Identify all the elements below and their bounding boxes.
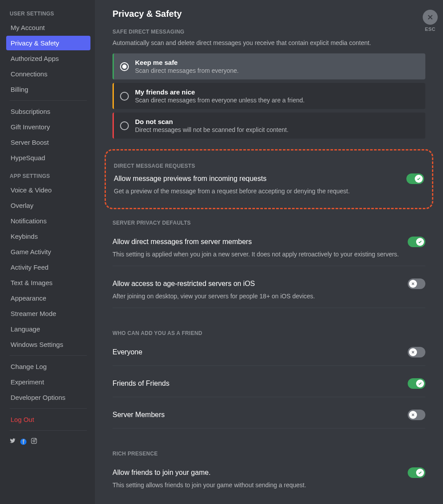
friend-fof-title: Friends of Friends: [113, 380, 169, 387]
section-safe-dm: SAFE DIRECT MESSAGING Automatically scan…: [113, 29, 425, 139]
settings-content: ESC Privacy & Safety SAFE DIRECT MESSAGI…: [95, 0, 443, 504]
radio-title: Keep me safe: [135, 59, 419, 66]
x-icon: [409, 411, 417, 419]
sidebar-item-logout[interactable]: Log Out: [6, 412, 90, 427]
check-icon: [416, 380, 424, 387]
toggle-friends-join-game[interactable]: [408, 467, 425, 478]
close-button[interactable]: ESC: [423, 10, 438, 32]
row-divider: [113, 428, 425, 429]
radio-friends-nice[interactable]: My friends are nice Scan direct messages…: [113, 83, 425, 109]
esc-label: ESC: [423, 26, 438, 32]
sidebar-item-billing[interactable]: Billing: [6, 82, 90, 97]
social-links: f: [6, 434, 90, 449]
sidebar-item-appearance[interactable]: Appearance: [6, 291, 90, 305]
sidebar-divider: [10, 355, 87, 356]
sidebar-item-gift-inventory[interactable]: Gift Inventory: [6, 120, 90, 134]
close-icon: [423, 10, 438, 25]
highlighted-dm-requests: DIRECT MESSAGE REQUESTS Allow message pr…: [105, 149, 433, 209]
facebook-icon[interactable]: f: [20, 439, 26, 445]
check-icon: [416, 469, 424, 477]
radio-sub: Direct messages will not be scanned for …: [135, 126, 419, 133]
sidebar-item-developer-options[interactable]: Developer Options: [6, 390, 90, 405]
toggle-server-members[interactable]: [408, 410, 425, 420]
sidebar-divider: [10, 430, 87, 431]
sidebar-item-windows-settings[interactable]: Windows Settings: [6, 337, 90, 352]
sidebar-item-privacy-safety[interactable]: Privacy & Safety: [6, 36, 90, 50]
settings-sidebar: USER SETTINGS My Account Privacy & Safet…: [0, 0, 95, 504]
allow-server-dms-title: Allow direct messages from server member…: [113, 238, 252, 246]
sidebar-item-subscriptions[interactable]: Subscriptions: [6, 104, 90, 119]
sidebar-item-text-images[interactable]: Text & Images: [6, 275, 90, 290]
toggle-friend-everyone[interactable]: [408, 347, 425, 357]
radio-sub: Scan direct messages from everyone.: [135, 67, 419, 74]
rich-sub: This setting allows friends to join your…: [113, 481, 425, 489]
sidebar-divider: [10, 408, 87, 409]
server-privacy-heading: SERVER PRIVACY DEFAULTS: [113, 220, 425, 226]
svg-point-1: [33, 440, 35, 442]
sidebar-item-keybinds[interactable]: Keybinds: [6, 229, 90, 244]
sidebar-item-server-boost[interactable]: Server Boost: [6, 135, 90, 150]
safe-dm-heading: SAFE DIRECT MESSAGING: [113, 29, 425, 35]
age-restricted-ios-title: Allow access to age-restricted servers o…: [113, 280, 255, 288]
sidebar-heading-app: APP SETTINGS: [6, 171, 90, 181]
radio-keep-me-safe[interactable]: Keep me safe Scan direct messages from e…: [113, 53, 425, 79]
radio-title: My friends are nice: [135, 88, 419, 96]
sidebar-item-authorized-apps[interactable]: Authorized Apps: [6, 51, 90, 66]
sidebar-item-language[interactable]: Language: [6, 322, 90, 336]
friend-everyone-title: Everyone: [113, 348, 143, 356]
sidebar-item-streamer-mode[interactable]: Streamer Mode: [6, 306, 90, 321]
rich-heading: RICH PRESENCE: [113, 451, 425, 457]
sidebar-heading-user: USER SETTINGS: [6, 9, 90, 19]
section-who-can-add: WHO CAN ADD YOU AS A FRIEND Everyone Fri…: [113, 330, 425, 435]
svg-point-2: [35, 439, 36, 440]
row-divider: [113, 266, 425, 266]
radio-icon: [120, 92, 129, 101]
x-icon: [409, 348, 417, 356]
toggle-allow-message-previews[interactable]: [406, 173, 424, 184]
toggle-age-restricted-ios[interactable]: [408, 278, 425, 289]
radio-do-not-scan[interactable]: Do not scan Direct messages will not be …: [113, 113, 425, 139]
row-divider: [113, 397, 425, 397]
toggle-friends-of-friends[interactable]: [408, 378, 425, 389]
row-divider: [113, 365, 425, 366]
sidebar-item-connections[interactable]: Connections: [6, 67, 90, 81]
dm-requests-heading: DIRECT MESSAGE REQUESTS: [114, 163, 424, 169]
sidebar-item-notifications[interactable]: Notifications: [6, 214, 90, 228]
sidebar-item-my-account[interactable]: My Account: [6, 20, 90, 35]
section-server-privacy: SERVER PRIVACY DEFAULTS Allow direct mes…: [113, 220, 425, 314]
twitter-icon[interactable]: [10, 438, 16, 445]
rich-title: Allow friends to join your game.: [113, 469, 210, 477]
sidebar-item-change-log[interactable]: Change Log: [6, 359, 90, 374]
section-rich-presence: RICH PRESENCE Allow friends to join your…: [113, 451, 425, 489]
check-icon: [416, 238, 424, 246]
allow-server-dms-sub: This setting is applied when you join a …: [113, 251, 425, 258]
radio-icon: [120, 121, 129, 130]
friend-server-members-title: Server Members: [113, 411, 165, 419]
x-icon: [409, 280, 417, 288]
sidebar-item-overlay[interactable]: Overlay: [6, 198, 90, 213]
sidebar-divider: [10, 100, 87, 101]
check-icon: [415, 175, 423, 183]
instagram-icon[interactable]: [31, 438, 37, 445]
sidebar-item-experiment[interactable]: Experiment: [6, 375, 90, 389]
sidebar-item-hypesquad[interactable]: HypeSquad: [6, 150, 90, 165]
radio-sub: Scan direct messages from everyone unles…: [135, 97, 419, 104]
age-restricted-ios-sub: After joining on desktop, view your serv…: [113, 293, 425, 300]
radio-title: Do not scan: [135, 118, 419, 125]
radio-icon: [120, 62, 129, 71]
sidebar-item-activity-feed[interactable]: Activity Feed: [6, 260, 90, 275]
safe-dm-desc: Automatically scan and delete direct mes…: [113, 39, 425, 46]
sidebar-item-voice-video[interactable]: Voice & Video: [6, 183, 90, 197]
sidebar-item-game-activity[interactable]: Game Activity: [6, 244, 90, 259]
dm-requests-title: Allow message previews from incoming req…: [114, 175, 267, 183]
page-title: Privacy & Safety: [113, 9, 425, 19]
friends-heading: WHO CAN ADD YOU AS A FRIEND: [113, 330, 425, 336]
toggle-allow-server-dms[interactable]: [408, 237, 425, 247]
dm-requests-sub: Get a preview of the message from a requ…: [114, 188, 424, 195]
row-divider: [113, 308, 425, 308]
